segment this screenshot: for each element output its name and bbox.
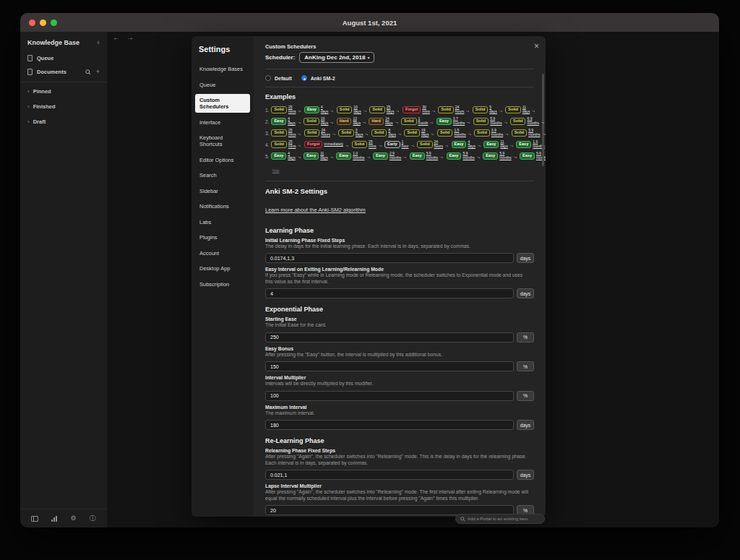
main-area: ← → Settings Knowledge BasesQueueCustom … — [107, 32, 719, 527]
grade-badge-easy: Easy — [520, 152, 535, 160]
settings-menu-item-custom-schedulers[interactable]: Custom Schedulers — [195, 94, 250, 113]
sidebar: Knowledge Base ‹ QueueDocuments+ ›Pinned… — [20, 32, 107, 527]
examples-heading: Examples — [265, 93, 534, 100]
radio-anki-sm-2[interactable] — [301, 75, 307, 81]
settings-menu-item-account[interactable]: Account — [195, 247, 250, 259]
grade-badge-solid: Solid — [404, 129, 419, 137]
field-desc-easy-bonus: After pressing the "Easy" button, the in… — [265, 352, 529, 358]
app-window: August 1st, 2021 Knowledge Base ‹ QueueD… — [20, 13, 719, 527]
interval-label: 1 hour — [402, 140, 409, 149]
arrow-icon: → — [465, 107, 470, 113]
sidebar-section-pinned[interactable]: ›Pinned — [20, 84, 107, 99]
settings-menu-item-knowledge-bases[interactable]: Knowledge Bases — [195, 63, 250, 75]
radio-default[interactable] — [265, 75, 271, 81]
settings-menu-item-sidebar[interactable]: Sidebar — [195, 185, 250, 197]
chevron-right-icon: › — [27, 104, 30, 110]
input-interval-multiplier[interactable] — [265, 391, 514, 401]
grade-badge-solid: Solid — [304, 118, 319, 126]
plus-icon[interactable]: + — [96, 69, 100, 75]
settings-menu-item-plugins[interactable]: Plugins — [195, 231, 250, 244]
interval-label: 8 days — [388, 129, 396, 137]
interval-label: 19 days — [421, 129, 429, 137]
sidebar-section-finished[interactable]: ›Finished — [20, 99, 107, 114]
interval-label: 12 days — [353, 117, 361, 126]
sidebar-item-documents[interactable]: Documents+ — [20, 65, 107, 79]
arrow-icon: → — [361, 119, 367, 125]
settings-menu-item-subscription[interactable]: Subscription — [195, 278, 250, 290]
grade-badge-solid: Solid — [271, 141, 286, 149]
stats-icon[interactable] — [51, 516, 57, 522]
grade-badge-solid: Solid — [474, 129, 489, 137]
traffic-lights — [20, 20, 57, 26]
arrow-icon: → — [297, 142, 303, 148]
grade-badge-easy: Easy — [271, 118, 286, 126]
interval-label: 25 mins — [288, 129, 296, 137]
field-desc-relearning-phase-fixed-steps: After pressing "Again", the scheduler sw… — [265, 454, 529, 466]
forward-icon[interactable]: → — [126, 34, 134, 41]
panel-title: Custom Schedulers — [265, 43, 534, 50]
panel-toggle-icon[interactable] — [31, 516, 38, 522]
chevron-right-icon: › — [27, 119, 30, 125]
interval-label: 11 days — [320, 152, 328, 160]
grade-badge-easy: Easy — [447, 152, 462, 160]
interval-label: immediately — [324, 142, 343, 147]
interval-label: 5.9 months — [490, 117, 502, 126]
sidebar-section-draft[interactable]: ›Draft — [20, 114, 107, 129]
arrow-icon: → — [329, 153, 335, 160]
close-icon[interactable]: × — [534, 42, 539, 51]
input-easy-interval-on-exiting-learning-relearning-mode[interactable] — [265, 288, 514, 298]
chevron-down-icon: ▾ — [367, 55, 369, 60]
learn-more-link[interactable]: Learn more about the Anki-SM2 algorithm — [265, 207, 366, 213]
sidebar-title: Knowledge Base — [27, 39, 79, 46]
settings-menu-item-notifications[interactable]: Notifications — [195, 200, 250, 212]
interval-label: 30 mins — [422, 105, 430, 114]
sidebar-item-queue[interactable]: Queue — [20, 51, 107, 65]
close-window-button[interactable] — [29, 20, 35, 26]
settings-menu-item-queue[interactable]: Queue — [195, 79, 250, 91]
grade-badge-easy: Easy — [452, 141, 467, 149]
grade-badge-hard: Hard — [369, 118, 384, 126]
settings-menu-item-desktop-app[interactable]: Desktop App — [195, 262, 250, 275]
collapse-sidebar-icon[interactable]: ‹ — [97, 38, 100, 46]
input-initial-learning-phase-fixed-steps[interactable] — [265, 253, 514, 263]
interval-label: 25 days — [387, 105, 395, 114]
grade-badge-solid: Solid — [438, 106, 453, 114]
field-desc-interval-multiplier: Intervals will be directly multiplied by… — [265, 381, 529, 387]
interval-label: 4 days — [468, 140, 476, 149]
minimize-window-button[interactable] — [40, 20, 46, 26]
add-portal-input[interactable] — [468, 517, 540, 521]
interval-label: 25 mins — [288, 105, 296, 114]
hide-examples-link[interactable]: hide — [272, 168, 279, 173]
settings-menu-item-interface[interactable]: Interface — [195, 116, 250, 129]
interval-label: 11 days — [500, 140, 508, 149]
gear-icon[interactable]: ⚙ — [71, 515, 77, 522]
settings-menu-item-labs[interactable]: Labs — [195, 216, 250, 228]
arrow-icon: → — [467, 130, 473, 137]
field-desc-easy-interval-on-exiting-learning-relearning-mode: If you press "Easy" while in Learning mo… — [265, 272, 529, 285]
settings-menu-item-search[interactable]: Search — [195, 169, 250, 181]
interval-label: 25 mins — [369, 140, 377, 149]
input-relearning-phase-fixed-steps[interactable] — [265, 470, 514, 480]
arrow-icon: → — [530, 107, 536, 113]
maximize-window-button[interactable] — [51, 20, 57, 26]
input-easy-bonus[interactable] — [265, 361, 514, 371]
divider — [265, 87, 534, 87]
input-maximum-interval[interactable] — [265, 420, 514, 430]
arrow-icon: → — [476, 153, 481, 160]
interval-label: 11 days — [522, 105, 530, 114]
field-label-interval-multiplier: Interval Multiplier — [265, 375, 534, 380]
input-starting-ease[interactable] — [265, 332, 514, 343]
arrow-icon: → — [503, 119, 509, 125]
arrow-icon: → — [329, 107, 335, 113]
settings-menu-item-keyboard-shortcuts[interactable]: Keyboard Shortcuts — [195, 132, 250, 150]
interval-label: 24 hours — [434, 140, 444, 149]
interval-label: 4 days — [288, 117, 296, 126]
divider — [265, 181, 534, 181]
search-icon[interactable] — [85, 69, 91, 75]
back-icon[interactable]: ← — [113, 34, 120, 41]
grade-badge-early: Early — [384, 141, 400, 149]
settings-heading: Settings — [195, 45, 250, 53]
info-icon[interactable]: ⓘ — [90, 515, 96, 522]
settings-menu-item-editor-options[interactable]: Editor Options — [195, 154, 250, 166]
scheduler-dropdown[interactable]: AnKing Dec 2nd, 2018 ▾ — [299, 52, 374, 63]
